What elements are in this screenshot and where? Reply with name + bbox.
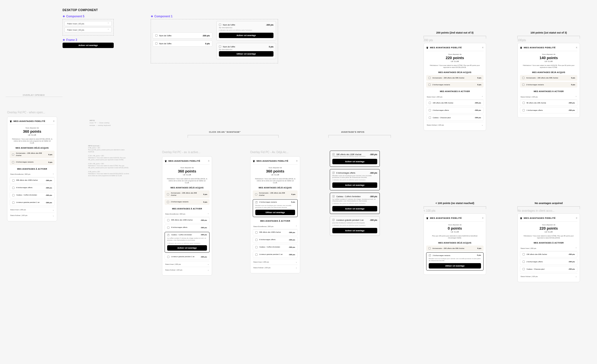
- reward-row[interactable]: Anniversaire – 20€ offerts dès 80€ d'ach…: [253, 190, 298, 198]
- utiliser-button[interactable]: Utiliser cet avantage: [219, 51, 273, 57]
- checkbox-checked-icon[interactable]: [167, 234, 169, 236]
- reward-row[interactable]: 6 bichonnages offerts-300 pts: [253, 237, 298, 243]
- checkbox-icon[interactable]: [155, 34, 157, 37]
- reward-row[interactable]: 6 bichonnages offerts-300 pts: [165, 224, 210, 231]
- checkbox-icon[interactable]: [219, 45, 221, 48]
- checkbox-checked-icon[interactable]: [429, 254, 431, 257]
- checkbox-checked-icon[interactable]: [255, 201, 258, 203]
- reward-row[interactable]: Cadeau : Chausse-pied-200 pts: [520, 266, 577, 272]
- col-heading-noav: No avantages acquired: [517, 202, 580, 205]
- reward-row[interactable]: Anniversaire – 20€ offerts dès 80€ d'ach…: [426, 246, 484, 251]
- chevron-up-icon: ⌃: [107, 29, 109, 31]
- reward-row[interactable]: Anniversaire – 20€ offerts dès 80€ d'ach…: [520, 75, 577, 81]
- ghost-overlay-label: Overlay Fid PC - when open...: [7, 111, 45, 114]
- fidelity-panel-100: ♛MES AVANTAGES FIDELITÉ× Vous disposez d…: [517, 43, 580, 118]
- reward-row[interactable]: 2 bichonnages offerts-200 pts: [520, 259, 577, 265]
- info-note-rules: INFOS (sub-text) → if NB_points < 100 :P…: [88, 145, 131, 177]
- offer-row[interactable]: Nom de l'offre 0 pts: [153, 40, 212, 47]
- reward-row[interactable]: 2 bichonnages offerts-200 pts: [426, 107, 484, 113]
- status-tier-row[interactable]: Statut Ardiser | 100 pts⌄: [165, 267, 210, 273]
- close-icon[interactable]: ×: [482, 46, 484, 49]
- utiliser-button[interactable]: Utiliser cet avantage: [429, 263, 481, 269]
- checkbox-icon[interactable]: [12, 201, 14, 204]
- reward-row[interactable]: Anniversaire – 20€ offerts dès 80€ d'ach…: [10, 151, 55, 158]
- close-icon[interactable]: ×: [296, 159, 298, 163]
- reward-row[interactable]: Cadeau : Chausse-pied-200 pts: [426, 115, 484, 121]
- status-tier-row[interactable]: Statut Excellence | 300 pts⌃: [10, 172, 55, 177]
- activer-button[interactable]: Activer cet avantage: [219, 33, 273, 38]
- status-tier-row[interactable]: Statut Ardiser | 100 pts⌄: [520, 273, 577, 279]
- checkbox-icon[interactable]: [12, 161, 14, 163]
- status-tier-row[interactable]: Statut Inser | 200 pts⌃: [426, 94, 484, 100]
- reward-row[interactable]: 30€ offerts dès 100€ d'achat-300 pts: [253, 229, 298, 236]
- reward-row-selected[interactable]: 2 bichonnages restants0 pts Rendez-vous …: [253, 199, 298, 217]
- palier-row[interactable]: Palier Inser | 60 pts⌃: [65, 21, 112, 26]
- activer-button[interactable]: Activer cet avantage: [167, 245, 207, 251]
- status-tier-row[interactable]: Statut Inser | 200 pts⌃: [520, 246, 577, 251]
- points-total: 360 points: [10, 129, 55, 134]
- palier-row[interactable]: Palier Inser | 60 pts⌃: [65, 27, 112, 32]
- reward-row-selected[interactable]: Cadeau : Coffret d'entretien-300 pts Le …: [165, 232, 210, 253]
- reward-row[interactable]: Livraison gratuite pendant 1 an-300 pts: [10, 199, 55, 206]
- reward-row[interactable]: Livraison gratuite pendant 1 an-300 pts: [165, 254, 210, 260]
- reward-row[interactable]: Anniversaire – 20€ offerts dès 80€ d'ach…: [165, 190, 210, 198]
- status-tier-row[interactable]: Statut Ardiser | 100 pts⌃: [520, 94, 577, 100]
- activer-button[interactable]: Activer cet avantage: [332, 182, 377, 188]
- reward-row[interactable]: 2 bichonnages restants0 pts: [426, 82, 484, 88]
- reward-row[interactable]: 2 bichonnages restants0 pts: [10, 159, 55, 165]
- reward-row[interactable]: Cadeau : Coffret d'entretien-300 pts: [253, 244, 298, 250]
- close-icon[interactable]: ×: [482, 217, 484, 220]
- reward-row[interactable]: 15€ offerts dès 60€ d'achat-200 pts: [520, 251, 577, 257]
- reward-row[interactable]: 2 bichonnages restants0 pts: [520, 82, 577, 88]
- fidelity-panel-200: ♛MES AVANTAGES FIDELITÉ× Vous disposez d…: [424, 43, 486, 131]
- reward-row[interactable]: Cadeau : Coffret d'entretien-300 pts: [10, 192, 55, 198]
- component-5-label: ❖Component 5: [63, 15, 114, 18]
- checkbox-icon[interactable]: [12, 179, 14, 182]
- avantage-info-cards: 30€ offerts dès 100€ d'achat-300 pts L'u…: [330, 151, 380, 238]
- reward-row[interactable]: 6 bichonnages offerts-300 pts: [10, 185, 55, 191]
- utiliser-button[interactable]: Utiliser cet avantage: [255, 210, 295, 215]
- activer-button[interactable]: Activer cet avantage: [63, 43, 114, 48]
- close-icon[interactable]: ×: [208, 159, 210, 163]
- close-icon[interactable]: ×: [576, 46, 577, 49]
- info-card: Livraison gratuite pendant 1 an-300 pts …: [330, 216, 380, 236]
- close-icon[interactable]: ×: [53, 120, 55, 123]
- reward-row-selected[interactable]: 2 bichonnages restants0 pts Rendez-vous …: [426, 252, 484, 270]
- status-tier-row[interactable]: Statut Ardiser | 100 pts⌄: [10, 213, 55, 218]
- status-tier-row[interactable]: Statut Excellence | 300 pts⌃: [253, 224, 298, 229]
- activer-button[interactable]: Activer cet avantage: [332, 228, 377, 233]
- status-tier-row[interactable]: Statut Ardiser | 100 pts⌄: [253, 265, 298, 270]
- chevron-up-icon: ⌃: [53, 173, 54, 175]
- status-tier-row[interactable]: Statut Inser | 200 pts⌄: [165, 261, 210, 267]
- checkbox-icon[interactable]: [155, 42, 157, 45]
- checkbox-icon[interactable]: [12, 194, 14, 196]
- ghost-noav-label: No avantages in client acco...: [517, 209, 580, 212]
- fidelity-panel-open: ♛MES AVANTAGES FIDELITÉ × Vous disposez …: [7, 117, 57, 221]
- checkbox-icon[interactable]: [219, 24, 221, 26]
- close-icon[interactable]: ×: [576, 217, 577, 220]
- checkbox-icon[interactable]: [12, 153, 14, 156]
- reward-row[interactable]: 15€ offerts dès 80€ d'achat-200 pts: [426, 100, 484, 106]
- reward-row[interactable]: Livraison gratuite pendant 1 an-300 pts: [253, 251, 298, 258]
- fidelity-panel-lt100: ♛MES AVANTAGES FIDELITÉ× Vous disposez d…: [424, 213, 486, 275]
- status-tier-row[interactable]: Statut Inser | 200 pts⌄: [253, 259, 298, 265]
- crown-icon: ♛: [426, 46, 428, 49]
- reward-row[interactable]: 30€ offerts dès 100€ d'achat-300 pts: [165, 217, 210, 223]
- chevron-down-icon: ⌄: [53, 209, 54, 211]
- info-note: INFOS cross "X" → Close overlay escape →…: [90, 119, 117, 126]
- reward-row[interactable]: 2 bichonnages restants0 pts: [165, 199, 210, 205]
- reward-row[interactable]: Anniversaire – 20€ offerts dès 80€ d'ach…: [426, 75, 484, 81]
- crown-icon: ♛: [520, 46, 522, 49]
- status-tier-row[interactable]: Statut Excellence | 300 pts⌃: [165, 211, 210, 217]
- reward-row[interactable]: 1 bichonnages offerts-200 pts: [520, 107, 577, 113]
- offer-row[interactable]: Nom de l'offre -300 pts: [153, 32, 212, 39]
- status-tier-row[interactable]: Statut Ardiser | 100 pts⌄: [426, 122, 484, 128]
- activer-button[interactable]: Activer cet avantage: [332, 206, 377, 211]
- activer-button[interactable]: Activer cet avantage: [332, 159, 377, 164]
- checkbox-icon[interactable]: [12, 187, 14, 189]
- checkbox-checked-icon[interactable]: [332, 153, 335, 155]
- reward-row[interactable]: 30€ offerts dès 100€ d'achat-300 pts: [10, 177, 55, 184]
- chevron-down-icon: ⌄: [53, 215, 54, 217]
- status-tier-row[interactable]: Statut Inser | 200 pts⌄: [10, 207, 55, 213]
- reward-row[interactable]: 5€ offerts dès 20€ d'achat-200 pts: [520, 100, 577, 106]
